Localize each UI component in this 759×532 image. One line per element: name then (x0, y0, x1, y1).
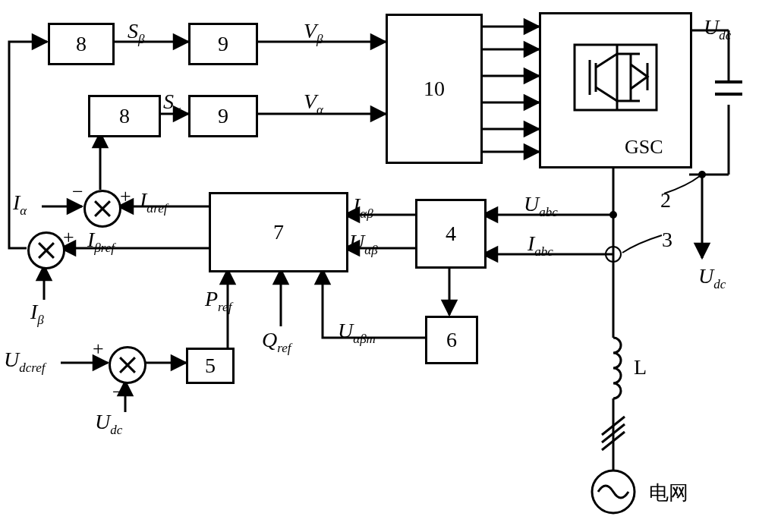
label-L: L (634, 355, 647, 379)
sign-plus: + (120, 185, 131, 208)
gsc-converter: GSC (539, 12, 692, 168)
label-qref: Qref (262, 328, 291, 356)
svg-line-46 (596, 54, 617, 68)
sign-minus: − (72, 181, 83, 203)
label-grid: 电网 (649, 480, 688, 506)
block-9-beta: 9 (188, 23, 258, 65)
label-s-beta: Sβ (128, 19, 144, 47)
label-v-beta: Vβ (304, 19, 323, 47)
label-u-abc: Uabc (524, 192, 558, 220)
label-u-abm: Uαβm (338, 319, 376, 347)
block-7: 7 (209, 192, 348, 272)
sum-dc (109, 346, 146, 384)
label-v-alpha: Vα (304, 90, 323, 118)
sign-minus: − (112, 381, 124, 404)
label-i-abc: Iabc (528, 231, 553, 260)
block-8-alpha: 8 (88, 95, 161, 137)
label-u-ab: Uαβ (349, 230, 378, 258)
block-10-pwm: 10 (386, 14, 483, 164)
block-4-transform: 4 (415, 199, 487, 269)
label-udc-top: Udc (704, 15, 731, 43)
label-udcref: Udcref (4, 348, 46, 376)
label-i-ab: Iαβ (353, 194, 373, 222)
label-tag-2: 2 (660, 188, 671, 212)
label-udc-fb: Udc (95, 410, 122, 438)
label-tag-3: 3 (662, 228, 672, 252)
sign-minus: − (37, 266, 49, 288)
sum-beta (27, 231, 65, 269)
sign-plus: + (93, 338, 104, 360)
gsc-label: GSC (625, 136, 663, 159)
label-udc-out: Udc (698, 264, 726, 292)
block-9-alpha: 9 (188, 95, 258, 137)
label-pref: Pref (205, 287, 231, 315)
label-i-bref: Iβref (87, 228, 115, 256)
block-6: 6 (425, 316, 478, 364)
label-s-alpha: Sα (163, 90, 181, 118)
svg-line-47 (596, 87, 617, 101)
block-5-pi: 5 (186, 348, 235, 384)
label-i-aref: Iαref (140, 188, 168, 216)
block-8-beta: 8 (48, 23, 115, 65)
label-i-alpha: Iα (13, 190, 27, 219)
sign-plus: + (63, 226, 74, 249)
label-i-beta: Iβ (30, 300, 44, 328)
sum-alpha (83, 190, 121, 228)
